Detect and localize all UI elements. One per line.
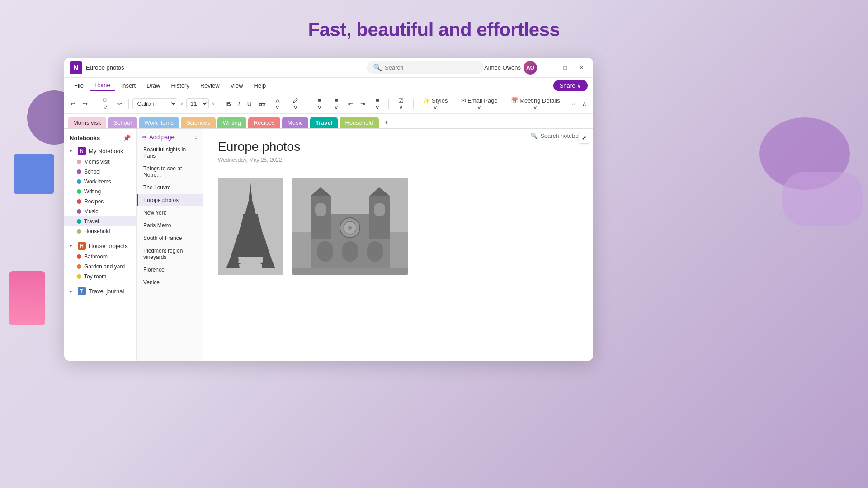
pin-icon[interactable]: 📌	[123, 134, 131, 141]
sidebar-item-toy-room[interactable]: Toy room	[64, 272, 136, 282]
app-logo: N	[70, 61, 82, 74]
meeting-details-button[interactable]: 📅 Meeting Details ∨	[505, 96, 566, 112]
page-item[interactable]: Things to see at Notre...	[137, 162, 203, 181]
tab-music[interactable]: Music	[282, 117, 308, 128]
sidebar-item-music[interactable]: Music	[64, 206, 136, 216]
menu-history[interactable]: History	[167, 80, 194, 91]
note-date: Wednesday, May 25, 2022	[218, 157, 579, 167]
menu-draw[interactable]: Draw	[142, 80, 165, 91]
share-button[interactable]: Share ∨	[553, 80, 588, 91]
bg-decoration-2	[14, 154, 54, 194]
italic-button[interactable]: I	[236, 99, 243, 109]
sort-pages-button[interactable]: ↕	[194, 133, 198, 141]
clipboard-button[interactable]: ⧉ ∨	[98, 95, 113, 113]
menu-view[interactable]: View	[226, 80, 248, 91]
user-info: Aimee Owens AO	[484, 61, 537, 75]
tab-school[interactable]: School	[108, 117, 137, 128]
highlight-button[interactable]: 🖊 ∨	[287, 96, 304, 112]
avatar[interactable]: AO	[524, 61, 537, 75]
bold-button[interactable]: B	[224, 99, 234, 109]
chevron-down-icon: ▾	[70, 244, 75, 249]
menu-insert[interactable]: Insert	[117, 80, 141, 91]
page-item-europe-photos[interactable]: Europe photos	[137, 194, 203, 206]
search-icon: 🔍	[373, 63, 382, 72]
section-color-dot	[77, 189, 81, 194]
maximize-button[interactable]: □	[559, 61, 571, 74]
menu-help[interactable]: Help	[250, 80, 271, 91]
section-color-dot	[77, 209, 81, 214]
page-item-piedmont[interactable]: Piedmont region vineyards	[137, 244, 203, 263]
sidebar-item-recipes[interactable]: Recipes	[64, 197, 136, 206]
close-button[interactable]: ✕	[575, 61, 588, 74]
notebook-my-notebook[interactable]: ▾ N My Notebook	[64, 145, 136, 157]
sidebar-item-bathroom[interactable]: Bathroom	[64, 252, 136, 262]
notebook-name-house: House projects	[89, 243, 128, 249]
sidebar-item-garden[interactable]: Garden and yard	[64, 262, 136, 272]
sidebar-item-travel[interactable]: Travel	[64, 216, 136, 226]
format-painter-button[interactable]: ✏	[114, 99, 125, 108]
add-page-button[interactable]: ✏ Add page	[142, 134, 175, 141]
bullets-button[interactable]: ≡ ∨	[312, 96, 327, 112]
notebook-travel-journal[interactable]: ▸ T Travel journal	[64, 285, 136, 297]
search-bar[interactable]: 🔍	[367, 61, 484, 74]
tab-moms-visit[interactable]: Moms visit	[68, 117, 106, 128]
sidebar-item-writing[interactable]: Writing	[64, 187, 136, 197]
notebook-name-travel: Travel journal	[89, 288, 124, 295]
menu-home[interactable]: Home	[90, 80, 115, 91]
underline-button[interactable]: U	[245, 99, 255, 109]
tab-household[interactable]: Household	[340, 117, 378, 128]
section-color-dot	[77, 160, 81, 164]
section-color-dot	[77, 219, 81, 224]
section-color-dot	[77, 229, 81, 234]
svg-rect-25	[367, 241, 383, 262]
page-item[interactable]: Venice	[137, 276, 203, 289]
page-item[interactable]: New York	[137, 206, 203, 219]
page-item[interactable]: Beautiful sights in Paris	[137, 143, 203, 162]
checkbox-button[interactable]: ☑ ∨	[392, 96, 409, 112]
sidebar-header: Notebooks 📌	[64, 132, 136, 145]
page-item[interactable]: Florence	[137, 263, 203, 276]
note-title: Europe photos	[218, 140, 579, 154]
menu-review[interactable]: Review	[196, 80, 224, 91]
page-item[interactable]: The Louvre	[137, 181, 203, 194]
sidebar-item-school[interactable]: School	[64, 167, 136, 177]
toolbar-sep-4	[308, 99, 308, 109]
outdent-button[interactable]: ⇤	[345, 99, 356, 108]
toolbar-sep-2	[128, 99, 129, 109]
sidebar-item-work-items[interactable]: Work items	[64, 177, 136, 187]
notebook-house-projects[interactable]: ▾ H House projects	[64, 240, 136, 252]
window-title: Europe photos	[86, 64, 367, 71]
sidebar-item-moms-visit[interactable]: Moms visit	[64, 157, 136, 167]
sidebar-item-household[interactable]: Household	[64, 226, 136, 236]
align-button[interactable]: ≡ ∨	[370, 96, 385, 112]
styles-button[interactable]: ✨ Styles ∨	[417, 96, 453, 112]
font-color-button[interactable]: A ∨	[270, 96, 285, 112]
minimize-button[interactable]: ─	[542, 61, 555, 74]
page-item[interactable]: Paris Metro	[137, 219, 203, 232]
add-tab-button[interactable]: +	[381, 117, 392, 128]
more-button[interactable]: ···	[567, 99, 578, 108]
tab-recipes[interactable]: Recipes	[248, 117, 280, 128]
collapse-button[interactable]: ∧	[580, 99, 590, 108]
page-item[interactable]: South of France	[137, 232, 203, 244]
expand-button[interactable]: ⤢	[579, 132, 590, 143]
toolbar: ↩ ↪ ⧉ ∨ ✏ Calibri ∨ 11 ∨ B I U ab A ∨ 🖊 …	[64, 94, 593, 114]
page-list: ✏ Add page ↕ Beautiful sights in Paris T…	[137, 129, 203, 361]
numbering-button[interactable]: ≡ ∨	[329, 96, 344, 112]
font-family-select[interactable]: Calibri	[132, 98, 177, 109]
section-color-dot	[77, 199, 81, 204]
section-tabs: Moms visit School Work items Sciences Wr…	[64, 114, 593, 129]
tab-writing[interactable]: Writing	[217, 117, 246, 128]
email-page-button[interactable]: ✉ Email Page ∨	[455, 96, 503, 112]
indent-button[interactable]: ⇥	[358, 99, 368, 108]
search-input[interactable]	[385, 64, 475, 71]
tab-work-items[interactable]: Work items	[139, 117, 179, 128]
redo-button[interactable]: ↪	[80, 99, 90, 108]
undo-button[interactable]: ↩	[68, 99, 78, 108]
image-notre-dame	[292, 178, 408, 275]
menu-file[interactable]: File	[70, 80, 88, 91]
tab-sciences[interactable]: Sciences	[181, 117, 216, 128]
font-size-select[interactable]: 11	[186, 98, 209, 109]
tab-travel[interactable]: Travel	[310, 117, 338, 128]
strikethrough-button[interactable]: ab	[256, 99, 268, 108]
